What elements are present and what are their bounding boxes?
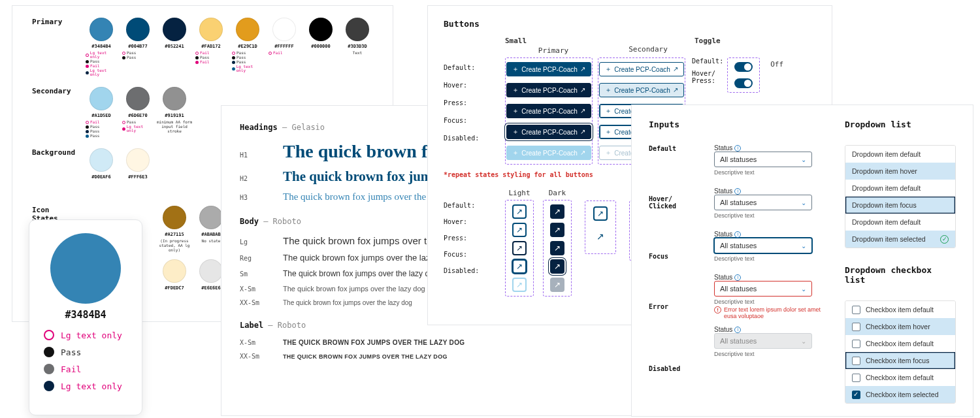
secondary-label: Secondary: [32, 87, 83, 95]
checkbox-icon[interactable]: [852, 340, 860, 348]
arrow-icon: ↗: [580, 66, 585, 72]
checkbox-item[interactable]: Checkbox item default: [845, 335, 955, 352]
secondary-button-hover[interactable]: ＋Create PCP-Coach↗: [599, 83, 684, 97]
check-icon: ✓: [940, 235, 949, 244]
info-icon[interactable]: i: [734, 274, 741, 281]
select-default[interactable]: All statuses⌄: [714, 152, 812, 167]
color-zoom-card: #3484B4 Lg text only Pass Fail Lg text o…: [29, 219, 142, 415]
primary-button-hover[interactable]: ＋Create PCP-Coach↗: [506, 83, 591, 97]
legend-dot: [44, 347, 54, 357]
error-icon: !: [714, 306, 721, 314]
info-icon[interactable]: i: [734, 231, 741, 238]
swatch: [90, 148, 113, 172]
info-icon[interactable]: i: [734, 327, 741, 333]
dropdown-item-hover[interactable]: Dropdown item hover: [845, 163, 955, 180]
primary-button-press[interactable]: ＋Create PCP-Coach↗: [506, 104, 591, 118]
checkbox-item-focus[interactable]: Checkbox item focus: [845, 352, 955, 369]
icon-button-dark-default[interactable]: ↗: [550, 204, 564, 219]
select-hover[interactable]: All statuses⌄: [714, 195, 812, 210]
swatch: [309, 18, 333, 41]
checkbox-item-hover[interactable]: Checkbox item hover: [845, 318, 955, 335]
inputs-panel: Inputs Default Hover/ Clicked Focus Erro…: [631, 104, 973, 417]
plus-icon: ＋: [512, 66, 519, 72]
dropdown-item-selected[interactable]: Dropdown item selected✓: [845, 231, 955, 248]
swatch: [126, 18, 150, 41]
icon-button-light-hover[interactable]: ↗: [512, 223, 527, 237]
primary-button-focus[interactable]: ＋Create PCP-Coach↗: [506, 125, 591, 139]
swatch: [163, 206, 186, 229]
swatch: [163, 259, 186, 283]
toggle-default[interactable]: [734, 62, 753, 72]
info-icon[interactable]: i: [734, 145, 741, 152]
checkbox-icon[interactable]: [852, 323, 860, 331]
swatch: [346, 18, 369, 41]
swatch: [163, 18, 186, 41]
primary-button-default[interactable]: ＋Create PCP-Coach↗: [506, 62, 591, 76]
swatch: [163, 87, 186, 110]
icon-button-dark-disabled: ↗: [550, 278, 564, 292]
inputs-title: Inputs: [649, 120, 714, 129]
checkbox-list-title: Dropdown checkbox list: [845, 265, 956, 285]
zoom-swatch: [50, 233, 121, 304]
swatch: [126, 148, 150, 172]
dropdown-item-focus[interactable]: Dropdown item focus: [845, 197, 955, 214]
checkbox-item[interactable]: Checkbox item default: [845, 301, 955, 318]
zoom-hex: #3484B4: [41, 309, 130, 321]
swatch: [90, 18, 113, 41]
arrow-icon[interactable]: ↗: [596, 231, 604, 242]
dropdown-item[interactable]: Dropdown item default: [845, 146, 955, 163]
swatch: [272, 18, 296, 41]
toggle-hover[interactable]: [734, 78, 753, 88]
legend-dot: [44, 381, 54, 391]
secondary-button-default[interactable]: ＋Create PCP-Coach↗: [599, 62, 684, 76]
chevron-down-icon: ⌄: [801, 156, 806, 163]
select-error[interactable]: All statuses⌄: [714, 281, 812, 297]
icon-button-dark-focus[interactable]: ↗: [550, 259, 564, 274]
checkbox-icon[interactable]: [852, 306, 860, 314]
checkbox-item-selected[interactable]: Checkbox item selected: [845, 386, 955, 403]
info-icon[interactable]: i: [734, 188, 741, 195]
icon-button-dark-hover[interactable]: ↗: [550, 223, 564, 237]
icon-button-light-press[interactable]: ↗: [512, 241, 527, 255]
primary-label: Primary: [32, 18, 83, 26]
select-disabled: All statuses⌄: [714, 333, 812, 349]
checkbox-icon[interactable]: [852, 357, 860, 365]
buttons-title: Buttons: [444, 19, 816, 29]
select-focus[interactable]: All statuses⌄: [714, 238, 812, 253]
checkbox-checked-icon[interactable]: [852, 391, 860, 399]
dropdown-list: Dropdown item default Dropdown item hove…: [845, 145, 956, 248]
icon-button-dark-press[interactable]: ↗: [550, 241, 564, 255]
swatch: [199, 18, 223, 41]
checkbox-item[interactable]: Checkbox item default: [845, 369, 955, 386]
icon-button-light-focus[interactable]: ↗: [512, 259, 527, 274]
icon-button-outline[interactable]: ↗: [593, 206, 608, 221]
legend-dot: [44, 364, 54, 374]
primary-button-disabled: ＋Create PCP-Coach↗: [506, 146, 591, 160]
swatch: [199, 259, 223, 283]
swatch: [90, 87, 113, 110]
dropdown-item[interactable]: Dropdown item default: [845, 180, 955, 197]
dropdown-item[interactable]: Dropdown item default: [845, 214, 955, 231]
swatch: [199, 206, 223, 229]
checkbox-list: Checkbox item default Checkbox item hove…: [845, 300, 956, 404]
swatch: [126, 87, 150, 110]
swatch: [236, 18, 259, 41]
checkbox-icon[interactable]: [852, 374, 860, 382]
dropdown-list-title: Dropdown list: [845, 120, 956, 129]
icon-button-light-default[interactable]: ↗: [512, 204, 527, 219]
legend-dot: [44, 330, 54, 340]
icon-button-light-disabled: ↗: [512, 278, 527, 292]
background-label: Background: [32, 148, 83, 157]
